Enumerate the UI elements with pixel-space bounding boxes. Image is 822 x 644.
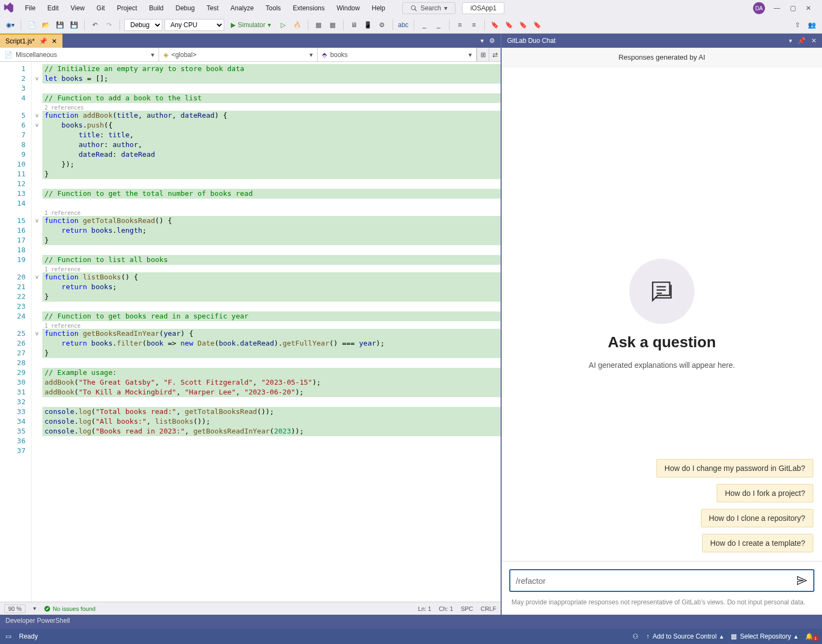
menu-item-project[interactable]: Project [111,2,142,14]
device-icon-3[interactable]: ⚙ [376,19,388,31]
zoom-level[interactable]: 90 % [4,604,26,613]
menu-item-help[interactable]: Help [366,2,391,14]
svg-line-1 [415,9,417,11]
chat-close-icon[interactable]: ✕ [811,37,817,44]
document-tab-active[interactable]: Script1.js* 📌 ✕ [0,34,62,48]
copilot-icon[interactable]: ⚇ [633,633,638,640]
bookmark-icon-4[interactable]: 🔖 [532,19,543,31]
tb-group-1[interactable]: ⎯ [419,19,431,31]
close-tab-icon[interactable]: ✕ [52,37,57,45]
chat-input-row [509,569,814,592]
bookmark-icon-1[interactable]: 🔖 [489,19,501,31]
platform-select[interactable]: Any CPU [165,19,224,31]
speech-bubble-icon [646,276,678,307]
menu-item-file[interactable]: File [20,2,41,14]
tab-title: Script1.js* [5,37,35,45]
send-icon[interactable] [796,575,808,586]
start-without-debug-button[interactable]: ▷ [277,19,289,31]
chat-disclaimer: May provide inappropriate responses not … [509,592,814,607]
code-content[interactable]: // Initialize an empty array to store bo… [42,62,501,602]
chat-title-bar: GitLab Duo Chat ▾ 📌 ✕ [502,34,822,48]
undo-button[interactable]: ↶ [89,19,101,31]
menu-item-test[interactable]: Test [201,2,224,14]
char-indicator[interactable]: Ch: 1 [439,605,453,612]
issues-indicator[interactable]: No issues found [44,605,96,612]
chat-title-label: GitLab Duo Chat [507,37,555,44]
menubar: FileEditViewGitProjectBuildDebugTestAnal… [0,0,822,16]
menu-item-git[interactable]: Git [91,2,110,14]
tb-icon-1[interactable]: ▦ [313,19,325,31]
save-all-button[interactable]: 💾 [68,19,80,31]
search-icon [410,5,417,11]
format-icon[interactable]: abc [397,19,409,31]
bookmark-icon-3[interactable]: 🔖 [517,19,529,31]
notifications-button[interactable]: 🔔1 [805,633,817,640]
menu-item-debug[interactable]: Debug [170,2,200,14]
menu-item-build[interactable]: Build [144,2,169,14]
code-editor[interactable]: 1234567891011121314151617181920212223242… [0,62,501,602]
menu-item-view[interactable]: View [65,2,90,14]
statusbar: ▭ Ready ⚇ ↑ Add to Source Control ▴ ▦ Se… [0,629,822,644]
fold-column[interactable]: vvvvvv [31,62,42,602]
chat-input[interactable] [516,576,791,585]
indent-mode[interactable]: SPC [461,605,473,612]
device-icon-1[interactable]: 🖥 [348,19,360,31]
search-label: Search [420,4,441,12]
method-icon: ⬘ [322,51,327,59]
swap-button[interactable]: ⇄ [489,48,501,61]
tb-group-3[interactable]: ≡ [454,19,466,31]
tab-gear-icon[interactable]: ⚙ [489,37,495,44]
member-combo[interactable]: ⬘books▾ [318,48,477,61]
split-view-button[interactable]: ⊞ [477,48,489,61]
line-indicator[interactable]: Ln: 1 [418,605,431,612]
open-button[interactable]: 📂 [40,19,52,31]
chat-dropdown-icon[interactable]: ▾ [789,37,792,44]
run-target-label: Simulator [238,21,265,29]
developer-powershell-tab[interactable]: Developer PowerShell [0,615,822,629]
suggestion-1[interactable]: How do I fork a project? [717,484,813,502]
config-select[interactable]: Debug [124,19,162,31]
pin-icon[interactable]: 📌 [39,37,47,45]
save-button[interactable]: 💾 [54,19,66,31]
menu-item-analyze[interactable]: Analyze [225,2,260,14]
tb-icon-2[interactable]: ▦ [327,19,339,31]
new-item-button[interactable]: 📄 [26,19,37,31]
avatar[interactable]: DA [753,2,765,14]
suggestion-0[interactable]: How do I change my password in GitLab? [656,459,813,477]
tb-group-4[interactable]: ≡ [468,19,480,31]
editor-status-bar: 90 % ▾ No issues found Ln: 1 Ch: 1 SPC C… [0,602,501,615]
solution-name[interactable]: iOSApp1 [462,2,504,14]
run-button[interactable]: ▶ Simulator ▾ [226,21,275,29]
output-icon[interactable]: ▭ [5,633,11,640]
repo-label: Select Repository [740,633,791,640]
search-box[interactable]: Search ▾ [402,2,456,14]
back-nav-button[interactable]: ◉▾ [4,19,16,31]
share-button[interactable]: ⇪ [792,19,804,31]
tb-group-2[interactable]: ⎯ [433,19,445,31]
redo-button[interactable]: ↷ [103,19,115,31]
svg-point-0 [412,6,416,10]
zoom-dropdown-icon[interactable]: ▾ [33,605,36,612]
select-repository[interactable]: ▦ Select Repository ▴ [731,633,798,640]
live-share-button[interactable]: 👥 [806,19,818,31]
namespace-icon: ◈ [163,51,168,59]
add-source-control[interactable]: ↑ Add to Source Control ▴ [646,633,723,640]
suggestion-2[interactable]: How do I clone a repository? [701,509,813,527]
hot-reload-button[interactable]: 🔥 [292,19,303,31]
scope-combo[interactable]: 📄Miscellaneous▾ [0,48,159,61]
minimize-button[interactable]: — [774,4,780,12]
menu-item-tools[interactable]: Tools [260,2,286,14]
menu-item-extensions[interactable]: Extensions [287,2,330,14]
line-ending[interactable]: CRLF [480,605,496,612]
menu-item-edit[interactable]: Edit [42,2,64,14]
maximize-button[interactable]: ▢ [790,4,796,12]
suggestion-3[interactable]: How do I create a template? [702,534,813,552]
device-icon-2[interactable]: 📱 [362,19,374,31]
tab-dropdown-icon[interactable]: ▾ [480,37,484,44]
menu-item-window[interactable]: Window [331,2,365,14]
bookmark-icon-2[interactable]: 🔖 [503,19,515,31]
close-button[interactable]: ✕ [806,4,811,12]
namespace-combo[interactable]: ◈<global>▾ [159,48,318,61]
scope-label: Miscellaneous [16,51,57,59]
chat-pin-icon[interactable]: 📌 [798,37,806,44]
